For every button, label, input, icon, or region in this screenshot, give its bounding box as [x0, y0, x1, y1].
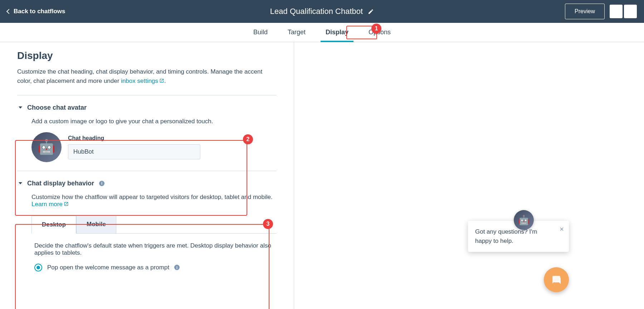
choose-avatar-title: Choose chat avatar: [27, 104, 87, 111]
chat-avatar-image[interactable]: 🤖: [31, 132, 62, 162]
close-icon[interactable]: ×: [560, 225, 564, 233]
welcome-message-text: Got any questions? I'm happy to help.: [475, 227, 562, 245]
device-tab-desktop[interactable]: Desktop: [31, 216, 76, 234]
annotation-frame-1: 1: [346, 26, 377, 39]
chevron-down-icon: [19, 106, 22, 109]
behavior-tab-desc: Decide the chatflow's default state when…: [34, 242, 274, 256]
chat-avatar-small: 🤖: [514, 210, 534, 230]
device-tabs: Desktop Mobile: [31, 215, 277, 234]
external-link-icon: [159, 77, 164, 86]
chat-welcome-bubble: 🤖 × Got any questions? I'm happy to help…: [468, 221, 569, 252]
avatar-desc: Add a custom image or logo to give your …: [31, 118, 277, 125]
back-label: Back to chatflows: [14, 8, 65, 15]
annotation-badge-1: 1: [371, 24, 381, 34]
chat-behavior-header[interactable]: Chat display behavior i: [17, 180, 277, 187]
top-bar: Back to chatflows Lead Qualification Cha…: [0, 0, 644, 23]
page-intro: Customize the chat heading, chat display…: [17, 67, 277, 86]
choose-avatar-body: Add a custom image or logo to give your …: [17, 118, 277, 162]
info-icon[interactable]: i: [99, 181, 104, 186]
choose-avatar-header[interactable]: Choose chat avatar: [17, 104, 277, 111]
chevron-left-icon: [6, 9, 11, 14]
inbox-settings-link[interactable]: inbox settings: [121, 78, 164, 84]
toggle-off-button[interactable]: [610, 5, 623, 18]
chat-heading-input[interactable]: [68, 144, 200, 159]
tab-row: Build Target Display Options 1: [0, 23, 644, 42]
header-right-controls: Preview: [565, 4, 637, 19]
radio-button-icon: [34, 264, 42, 271]
chat-behavior-title: Chat display behavior: [27, 180, 94, 187]
chat-bubble-icon: [551, 275, 562, 284]
page-heading: Display: [17, 50, 277, 61]
info-icon[interactable]: i: [174, 265, 180, 270]
radio-option-pop-open[interactable]: Pop open the welcome message as a prompt…: [34, 264, 274, 271]
chat-heading-label: Chat heading: [68, 135, 200, 141]
external-link-icon: [64, 201, 69, 208]
radio-label: Pop open the welcome message as a prompt: [47, 264, 169, 271]
avatar-row: 🤖 Chat heading: [31, 132, 277, 162]
main-content: Display Customize the chat heading, chat…: [0, 42, 644, 309]
device-tab-mobile[interactable]: Mobile: [76, 215, 116, 233]
separator: [17, 171, 277, 171]
tab-display[interactable]: Display: [326, 24, 348, 41]
learn-more-link[interactable]: Learn more: [31, 201, 69, 208]
header-title-group: Lead Qualification Chatbot: [270, 7, 374, 16]
behavior-tab-content: Decide the chatflow's default state when…: [31, 234, 277, 280]
separator: [17, 95, 277, 95]
tab-build[interactable]: Build: [253, 24, 268, 41]
toggle-group: [610, 5, 637, 18]
toggle-on-button[interactable]: [624, 5, 637, 18]
bot-face-icon: 🤖: [38, 139, 55, 155]
chevron-down-icon: [19, 182, 22, 184]
preview-button[interactable]: Preview: [565, 4, 605, 19]
behavior-desc: Customize how the chatflow will appear t…: [31, 194, 277, 208]
preview-panel: 🤖 × Got any questions? I'm happy to help…: [294, 42, 644, 309]
back-to-chatflows-link[interactable]: Back to chatflows: [7, 8, 65, 15]
settings-panel: Display Customize the chat heading, chat…: [0, 42, 294, 309]
chat-launcher-button[interactable]: [544, 267, 569, 292]
tab-target[interactable]: Target: [288, 24, 306, 41]
chat-behavior-body: Customize how the chatflow will appear t…: [17, 194, 277, 280]
edit-pencil-icon[interactable]: [368, 9, 374, 15]
chatflow-title: Lead Qualification Chatbot: [270, 7, 363, 16]
chat-heading-block: Chat heading: [68, 135, 200, 159]
